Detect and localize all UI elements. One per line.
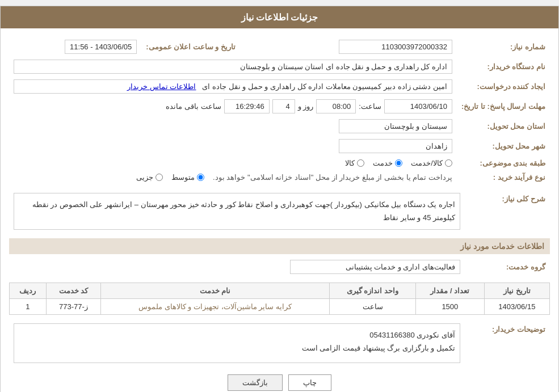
row-ijad: ایجاد کننده درخواست: امین دشتی زاده دبیر… bbox=[9, 77, 550, 96]
tozihaat-box: آقای نکودری 05431166380 تکمیل و بارگزاری… bbox=[14, 323, 460, 363]
mohlat-rooz-label: روز و bbox=[298, 102, 314, 111]
row-mohlat: مهلت ارسال پاسخ: تا تاریخ: 1403/06/10 سا… bbox=[9, 96, 550, 116]
mohlat-rooz-box: 4 bbox=[272, 99, 295, 113]
cell-tarikh: 1403/06/15 bbox=[484, 298, 549, 314]
value-tozihaat: آقای نکودری 05431166380 تکمیل و بارگزاری… bbox=[9, 321, 465, 366]
value-tabaqe: کالا/خدمت خدمت کالا bbox=[9, 156, 457, 170]
goroh-box: فعالیت‌های اداری و خدمات پشتیبانی bbox=[290, 260, 460, 274]
label-tarikh: تاریخ و ساعت اعلان عمومی: bbox=[141, 37, 240, 57]
value-dastgah: اداره کل راهداری و حمل و نقل جاده ای است… bbox=[9, 57, 457, 77]
col-unit: واحد اندازه گیری bbox=[329, 283, 415, 298]
label-goroh: گروه خدمت: bbox=[465, 257, 550, 277]
services-tbody: 1403/06/15 1500 ساعت کرایه سایر ماشین‌آل… bbox=[10, 298, 550, 314]
goroh-table: گروه خدمت: فعالیت‌های اداری و خدمات پشتی… bbox=[9, 257, 550, 277]
tabaqe-kala-khadamat-label: کالا/خدمت bbox=[411, 159, 443, 167]
services-thead: تاریخ نیاز تعداد / مقدار واحد اندازه گیر… bbox=[10, 283, 550, 298]
row-sharh: شرح کلی نیاز: اجاره یک دستگاه بیل مکانیک… bbox=[9, 190, 550, 233]
services-table: تاریخ نیاز تعداد / مقدار واحد اندازه گیر… bbox=[9, 283, 550, 315]
col-radif: ردیف bbox=[10, 283, 47, 298]
value-sharh: اجاره یک دستگاه بیل مکانیکی (بیکوردار )ج… bbox=[9, 190, 465, 233]
value-mohlat: 1403/06/10 ساعت: 08:00 روز و 4 16:29:46 … bbox=[9, 96, 457, 116]
shahr-box: زاهدان bbox=[339, 139, 452, 153]
value-shomara: 1103003972000332 bbox=[257, 37, 457, 57]
row-goroh: گروه خدمت: فعالیت‌های اداری و خدمات پشتی… bbox=[9, 257, 550, 277]
value-shahr: زاهدان bbox=[9, 136, 457, 156]
label-tozihaat: توضیحات خریدار: bbox=[465, 321, 550, 366]
row-tabaqe: طبقه بندی موضوعی: کالا/خدمت خدمت bbox=[9, 156, 550, 170]
mohlat-saat-label: ساعت: bbox=[359, 102, 381, 111]
ijad-link[interactable]: اطلاعات تماس خریدار bbox=[127, 82, 196, 91]
sharh-table: شرح کلی نیاز: اجاره یک دستگاه بیل مکانیک… bbox=[9, 190, 550, 233]
mohlat-baqi-label: ساعت باقی مانده bbox=[166, 102, 221, 111]
label-shahr: شهر محل تحویل: bbox=[457, 136, 550, 156]
mohlat-saat-box: 08:00 bbox=[316, 99, 356, 113]
label-shomara: شماره نیاز: bbox=[457, 37, 550, 57]
btn-row: چاپ بازگشت bbox=[9, 374, 550, 391]
tabaqe-khadamat-label: خدمت bbox=[373, 159, 393, 167]
cell-radif: 1 bbox=[10, 298, 47, 314]
value-tarikh: 1403/06/05 - 11:56 bbox=[9, 37, 141, 57]
cell-unit: ساعت bbox=[329, 298, 415, 314]
table-row: 1403/06/15 1500 ساعت کرایه سایر ماشین‌آل… bbox=[10, 298, 550, 314]
page-wrapper: جزئیات اطلاعات نیاز شماره نیاز: 11030039… bbox=[0, 6, 559, 392]
label-farayand: نوع فرآیند خرید : bbox=[457, 170, 550, 184]
radio-kala-khadamat[interactable]: کالا/خدمت bbox=[411, 159, 452, 167]
row-ostan: استان محل تحویل: سیستان و بلوچستان bbox=[9, 116, 550, 136]
value-ijad: امین دشتی زاده دبیر کمیسیون معاملات ادار… bbox=[9, 77, 457, 96]
dastgah-box: اداره کل راهداری و حمل و نقل جاده ای است… bbox=[14, 60, 452, 74]
value-ostan: سیستان و بلوچستان bbox=[9, 116, 457, 136]
khadamat-section-header: اطلاعات خدمات مورد نیاز bbox=[9, 238, 550, 254]
shomara-box: 1103003972000332 bbox=[339, 40, 452, 54]
page-header: جزئیات اطلاعات نیاز bbox=[1, 6, 558, 28]
page-title: جزئیات اطلاعات نیاز bbox=[241, 12, 318, 22]
cell-tedad: 1500 bbox=[416, 298, 485, 314]
tozihaat-line2: تکمیل و بارگزاری برگ پیشنهاد قیمت الزامی… bbox=[19, 342, 455, 355]
tozihaat-line1: آقای نکودری 05431166380 bbox=[19, 328, 455, 342]
mohlat-date-box: 1403/06/10 bbox=[384, 99, 452, 113]
radio-motosat[interactable]: متوسط bbox=[171, 173, 204, 182]
label-mohlat: مهلت ارسال پاسخ: تا تاریخ: bbox=[457, 96, 550, 116]
radio-kala[interactable]: کالا bbox=[345, 159, 364, 167]
col-tarikh: تاریخ نیاز bbox=[484, 283, 549, 298]
tabaqe-kala-label: کالا bbox=[345, 159, 355, 167]
back-button[interactable]: بازگشت bbox=[228, 374, 283, 391]
col-name: نام خدمت bbox=[101, 283, 330, 298]
label-dastgah: نام دستگاه خریدار: bbox=[457, 57, 550, 77]
ostan-box: سیستان و بلوچستان bbox=[339, 119, 452, 133]
farayand-jozi-label: جزیی bbox=[136, 173, 153, 182]
radio-jozi[interactable]: جزیی bbox=[136, 173, 163, 182]
sharh-box: اجاره یک دستگاه بیل مکانیکی (بیکوردار )ج… bbox=[14, 193, 460, 230]
row-tozihaat: توضیحات خریدار: آقای نکودری 05431166380 … bbox=[9, 321, 550, 366]
ijad-box: امین دشتی زاده دبیر کمیسیون معاملات ادار… bbox=[14, 79, 452, 94]
print-button[interactable]: چاپ bbox=[288, 374, 331, 391]
main-info-table: شماره نیاز: 1103003972000332 تاریخ و ساع… bbox=[9, 37, 550, 184]
mohlat-baqi-box: 16:29:46 bbox=[224, 99, 270, 113]
row-dastgah: نام دستگاه خریدار: اداره کل راهداری و حم… bbox=[9, 57, 550, 77]
services-header-row: تاریخ نیاز تعداد / مقدار واحد اندازه گیر… bbox=[10, 283, 550, 298]
label-ijad: ایجاد کننده درخواست: bbox=[457, 77, 550, 96]
radio-khadamat[interactable]: خدمت bbox=[373, 159, 402, 167]
farayand-desc: پرداخت تمام یا بخشی از مبلغ خریدار از مح… bbox=[213, 173, 452, 182]
row-shomara: شماره نیاز: 1103003972000332 تاریخ و ساع… bbox=[9, 37, 550, 57]
col-tedad: تعداد / مقدار bbox=[416, 283, 485, 298]
cell-name: کرایه سایر ماشین‌آلات، تجهیزات و کالاهای… bbox=[101, 298, 330, 314]
row-farayand: نوع فرآیند خرید : پرداخت تمام یا بخشی از… bbox=[9, 170, 550, 184]
label-ostan: استان محل تحویل: bbox=[457, 116, 550, 136]
label-tabaqe: طبقه بندی موضوعی: bbox=[457, 156, 550, 170]
row-shahr: شهر محل تحویل: زاهدان bbox=[9, 136, 550, 156]
content-area: شماره نیاز: 1103003972000332 تاریخ و ساع… bbox=[1, 28, 558, 392]
cell-code: ز-77-773 bbox=[46, 298, 100, 314]
value-goroh: فعالیت‌های اداری و خدمات پشتیبانی bbox=[9, 257, 465, 277]
farayand-motosat-label: متوسط bbox=[171, 173, 195, 182]
label-sharh: شرح کلی نیاز: bbox=[465, 190, 550, 233]
value-farayand: پرداخت تمام یا بخشی از مبلغ خریدار از مح… bbox=[9, 170, 457, 184]
col-code: کد خدمت bbox=[46, 283, 100, 298]
ijad-text: امین دشتی زاده دبیر کمیسیون معاملات ادار… bbox=[202, 82, 447, 91]
tozihaat-table: توضیحات خریدار: آقای نکودری 05431166380 … bbox=[9, 321, 550, 366]
tarikh-box: 1403/06/05 - 11:56 bbox=[65, 40, 137, 54]
